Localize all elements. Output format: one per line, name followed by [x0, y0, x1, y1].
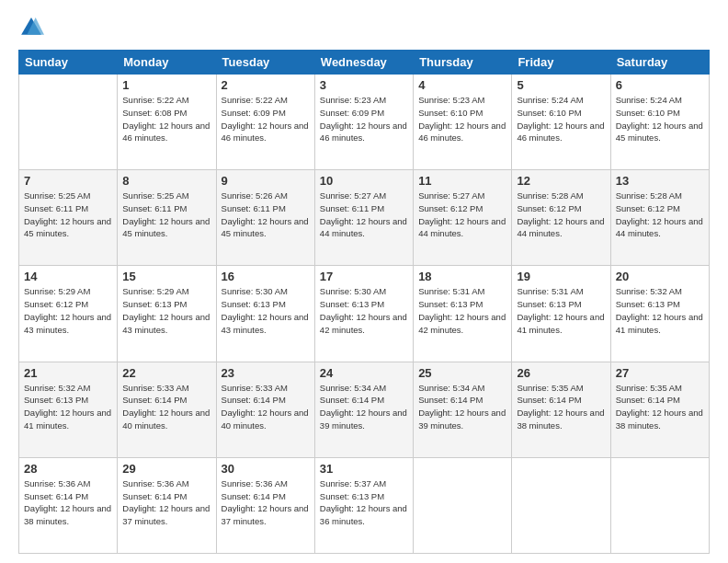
day-number: 25 — [418, 366, 506, 380]
calendar-week-1: 1Sunrise: 5:22 AM Sunset: 6:08 PM Daylig… — [19, 75, 710, 170]
header-thursday: Thursday — [414, 51, 512, 75]
calendar-cell: 10Sunrise: 5:27 AM Sunset: 6:11 PM Dayli… — [314, 170, 413, 266]
calendar-week-4: 21Sunrise: 5:32 AM Sunset: 6:13 PM Dayli… — [19, 362, 710, 457]
header-sunday: Sunday — [19, 51, 118, 75]
calendar-cell — [414, 457, 512, 553]
calendar-cell — [19, 75, 118, 170]
calendar-cell: 6Sunrise: 5:24 AM Sunset: 6:10 PM Daylig… — [610, 75, 709, 170]
day-number: 28 — [24, 462, 112, 476]
day-number: 19 — [517, 270, 605, 283]
day-info: Sunrise: 5:34 AM Sunset: 6:14 PM Dayligh… — [320, 382, 408, 432]
day-number: 7 — [24, 174, 112, 188]
calendar-cell: 9Sunrise: 5:26 AM Sunset: 6:11 PM Daylig… — [216, 170, 314, 266]
day-number: 10 — [320, 174, 408, 188]
calendar-cell: 17Sunrise: 5:30 AM Sunset: 6:13 PM Dayli… — [314, 266, 413, 362]
day-info: Sunrise: 5:26 AM Sunset: 6:11 PM Dayligh… — [222, 190, 310, 240]
day-info: Sunrise: 5:32 AM Sunset: 6:13 PM Dayligh… — [24, 382, 112, 432]
day-info: Sunrise: 5:25 AM Sunset: 6:11 PM Dayligh… — [24, 190, 112, 240]
header-friday: Friday — [512, 51, 610, 75]
day-info: Sunrise: 5:37 AM Sunset: 6:13 PM Dayligh… — [320, 477, 408, 528]
day-number: 3 — [320, 78, 408, 92]
day-info: Sunrise: 5:35 AM Sunset: 6:14 PM Dayligh… — [517, 382, 605, 432]
calendar-week-2: 7Sunrise: 5:25 AM Sunset: 6:11 PM Daylig… — [19, 170, 710, 266]
calendar-cell: 4Sunrise: 5:23 AM Sunset: 6:10 PM Daylig… — [414, 75, 512, 170]
day-number: 22 — [122, 366, 210, 380]
calendar-cell: 12Sunrise: 5:28 AM Sunset: 6:12 PM Dayli… — [512, 170, 610, 266]
day-info: Sunrise: 5:29 AM Sunset: 6:13 PM Dayligh… — [122, 285, 210, 336]
day-number: 13 — [616, 174, 704, 188]
calendar-cell — [610, 457, 709, 553]
day-info: Sunrise: 5:28 AM Sunset: 6:12 PM Dayligh… — [517, 190, 605, 240]
day-info: Sunrise: 5:28 AM Sunset: 6:12 PM Dayligh… — [616, 190, 704, 240]
day-info: Sunrise: 5:23 AM Sunset: 6:09 PM Dayligh… — [320, 94, 408, 144]
day-number: 6 — [616, 78, 704, 92]
calendar-cell: 13Sunrise: 5:28 AM Sunset: 6:12 PM Dayli… — [610, 170, 709, 266]
logo-icon — [18, 15, 44, 40]
day-number: 12 — [517, 174, 605, 188]
calendar-cell: 8Sunrise: 5:25 AM Sunset: 6:11 PM Daylig… — [118, 170, 216, 266]
day-number: 8 — [122, 174, 210, 188]
calendar-week-5: 28Sunrise: 5:36 AM Sunset: 6:14 PM Dayli… — [19, 457, 710, 553]
calendar-cell: 15Sunrise: 5:29 AM Sunset: 6:13 PM Dayli… — [118, 266, 216, 362]
day-info: Sunrise: 5:24 AM Sunset: 6:10 PM Dayligh… — [616, 94, 704, 144]
day-number: 17 — [320, 270, 408, 283]
header-wednesday: Wednesday — [314, 51, 413, 75]
calendar-cell: 27Sunrise: 5:35 AM Sunset: 6:14 PM Dayli… — [610, 362, 709, 457]
logo — [18, 15, 48, 40]
calendar-cell: 19Sunrise: 5:31 AM Sunset: 6:13 PM Dayli… — [512, 266, 610, 362]
day-info: Sunrise: 5:36 AM Sunset: 6:14 PM Dayligh… — [24, 477, 112, 528]
calendar-cell: 25Sunrise: 5:34 AM Sunset: 6:14 PM Dayli… — [414, 362, 512, 457]
calendar-cell: 3Sunrise: 5:23 AM Sunset: 6:09 PM Daylig… — [314, 75, 413, 170]
calendar-cell: 23Sunrise: 5:33 AM Sunset: 6:14 PM Dayli… — [216, 362, 314, 457]
calendar-cell: 16Sunrise: 5:30 AM Sunset: 6:13 PM Dayli… — [216, 266, 314, 362]
day-info: Sunrise: 5:23 AM Sunset: 6:10 PM Dayligh… — [418, 94, 506, 144]
day-info: Sunrise: 5:35 AM Sunset: 6:14 PM Dayligh… — [616, 382, 704, 432]
header-tuesday: Tuesday — [216, 51, 314, 75]
day-info: Sunrise: 5:29 AM Sunset: 6:12 PM Dayligh… — [24, 285, 112, 336]
calendar-cell: 30Sunrise: 5:36 AM Sunset: 6:14 PM Dayli… — [216, 457, 314, 553]
day-info: Sunrise: 5:22 AM Sunset: 6:09 PM Dayligh… — [222, 94, 310, 144]
day-info: Sunrise: 5:34 AM Sunset: 6:14 PM Dayligh… — [418, 382, 506, 432]
day-number: 26 — [517, 366, 605, 380]
calendar-header-row: SundayMondayTuesdayWednesdayThursdayFrid… — [19, 51, 710, 75]
header — [18, 15, 710, 40]
day-number: 29 — [122, 462, 210, 476]
day-number: 21 — [24, 366, 112, 380]
day-info: Sunrise: 5:33 AM Sunset: 6:14 PM Dayligh… — [122, 382, 210, 432]
day-info: Sunrise: 5:31 AM Sunset: 6:13 PM Dayligh… — [418, 285, 506, 336]
day-number: 16 — [222, 270, 310, 283]
calendar-cell: 24Sunrise: 5:34 AM Sunset: 6:14 PM Dayli… — [314, 362, 413, 457]
day-number: 1 — [122, 78, 210, 92]
day-number: 14 — [24, 270, 112, 283]
day-number: 30 — [222, 462, 310, 476]
day-number: 18 — [418, 270, 506, 283]
header-saturday: Saturday — [610, 51, 709, 75]
day-info: Sunrise: 5:30 AM Sunset: 6:13 PM Dayligh… — [222, 285, 310, 336]
calendar-cell: 28Sunrise: 5:36 AM Sunset: 6:14 PM Dayli… — [19, 457, 118, 553]
day-number: 5 — [517, 78, 605, 92]
calendar-cell: 20Sunrise: 5:32 AM Sunset: 6:13 PM Dayli… — [610, 266, 709, 362]
day-number: 23 — [222, 366, 310, 380]
day-info: Sunrise: 5:22 AM Sunset: 6:08 PM Dayligh… — [122, 94, 210, 144]
day-number: 27 — [616, 366, 704, 380]
day-number: 11 — [418, 174, 506, 188]
calendar-table: SundayMondayTuesdayWednesdayThursdayFrid… — [18, 50, 710, 554]
day-number: 4 — [418, 78, 506, 92]
calendar-cell: 7Sunrise: 5:25 AM Sunset: 6:11 PM Daylig… — [19, 170, 118, 266]
day-number: 24 — [320, 366, 408, 380]
calendar-cell: 2Sunrise: 5:22 AM Sunset: 6:09 PM Daylig… — [216, 75, 314, 170]
header-monday: Monday — [118, 51, 216, 75]
calendar-cell: 21Sunrise: 5:32 AM Sunset: 6:13 PM Dayli… — [19, 362, 118, 457]
day-info: Sunrise: 5:27 AM Sunset: 6:12 PM Dayligh… — [418, 190, 506, 240]
calendar-cell: 14Sunrise: 5:29 AM Sunset: 6:12 PM Dayli… — [19, 266, 118, 362]
day-info: Sunrise: 5:27 AM Sunset: 6:11 PM Dayligh… — [320, 190, 408, 240]
calendar-cell: 5Sunrise: 5:24 AM Sunset: 6:10 PM Daylig… — [512, 75, 610, 170]
calendar-week-3: 14Sunrise: 5:29 AM Sunset: 6:12 PM Dayli… — [19, 266, 710, 362]
day-number: 2 — [222, 78, 310, 92]
day-info: Sunrise: 5:36 AM Sunset: 6:14 PM Dayligh… — [122, 477, 210, 528]
calendar-cell — [512, 457, 610, 553]
day-info: Sunrise: 5:32 AM Sunset: 6:13 PM Dayligh… — [616, 285, 704, 336]
day-info: Sunrise: 5:33 AM Sunset: 6:14 PM Dayligh… — [222, 382, 310, 432]
day-info: Sunrise: 5:25 AM Sunset: 6:11 PM Dayligh… — [122, 190, 210, 240]
calendar-cell: 11Sunrise: 5:27 AM Sunset: 6:12 PM Dayli… — [414, 170, 512, 266]
